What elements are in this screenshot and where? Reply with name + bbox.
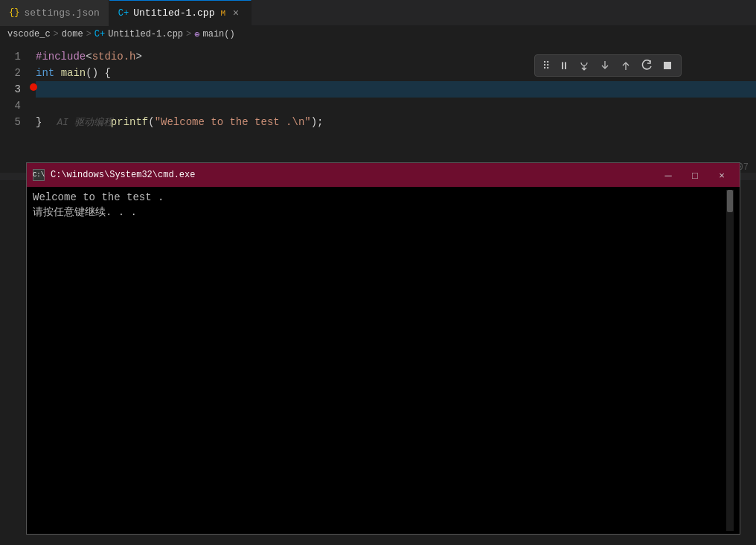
- pause-button[interactable]: ⏸: [556, 58, 572, 73]
- cmd-close-button[interactable]: ×: [710, 166, 734, 184]
- breakpoint-indicator: [30, 83, 37, 91]
- int-keyword: int: [36, 67, 54, 79]
- breadcrumb-dome[interactable]: dome: [62, 29, 83, 39]
- modified-indicator: M: [220, 9, 225, 18]
- cmd-titlebar: C:\ C:\windows\System32\cmd.exe ─ □ ×: [27, 163, 740, 187]
- cmd-scrollbar[interactable]: [726, 190, 734, 531]
- restart-button[interactable]: [638, 58, 656, 73]
- step-into-button[interactable]: [596, 58, 614, 73]
- tab-settings-label: settings.json: [24, 7, 99, 19]
- tab-bar: {} settings.json C+ Untitled-1.cpp M ×: [0, 0, 756, 26]
- line-numbers: 1 2 3 4 5: [0, 42, 30, 173]
- breadcrumb-vscode-c[interactable]: vscode_c: [7, 29, 51, 39]
- printf-function: printf: [111, 116, 148, 128]
- stdio-h: stdio.h: [92, 51, 136, 63]
- function-icon: ⊕: [194, 29, 199, 40]
- tab-cpp-label: Untitled-1.cpp: [133, 7, 214, 19]
- cmd-output-line-2: 请按任意键继续. . .: [33, 205, 726, 220]
- json-icon: {}: [9, 7, 19, 18]
- cmd-minimize-button[interactable]: ─: [656, 166, 680, 184]
- drag-handle[interactable]: ⠿: [539, 58, 553, 73]
- line-num-1: 1: [0, 48, 21, 65]
- line-num-4: 4: [0, 98, 21, 114]
- sep3: >: [186, 29, 191, 39]
- code-line-3: printf("Welcome to the test .\n");: [36, 81, 756, 98]
- cmd-scrollbar-thumb[interactable]: [727, 190, 733, 212]
- line-num-5: 5: [0, 114, 21, 130]
- breadcrumb-function[interactable]: main(): [203, 29, 235, 39]
- include-keyword: #include: [36, 51, 86, 63]
- cmd-controls: ─ □ ×: [656, 166, 734, 184]
- line-num-2: 2: [0, 65, 21, 81]
- stop-button[interactable]: [659, 58, 676, 73]
- cmd-body: Welcome to the test . 请按任意键继续. . .: [27, 187, 740, 534]
- cmd-output: Welcome to the test . 请按任意键继续. . .: [33, 190, 726, 531]
- sep2: >: [86, 29, 92, 39]
- string-literal: "Welcome to the test .\n": [155, 116, 311, 128]
- debug-toolbar: ⠿ ⏸: [534, 54, 682, 77]
- cmd-window: C:\ C:\windows\System32\cmd.exe ─ □ × We…: [26, 162, 740, 535]
- cpp-icon: C+: [118, 8, 129, 19]
- sep1: >: [54, 29, 59, 39]
- cmd-maximize-button[interactable]: □: [683, 166, 707, 184]
- cmd-icon: C:\: [33, 169, 45, 181]
- step-over-button[interactable]: [575, 58, 593, 73]
- tab-cpp[interactable]: C+ Untitled-1.cpp M ×: [109, 0, 252, 26]
- cpp-breadcrumb-icon: C+: [94, 29, 105, 39]
- line-num-3: 3: [0, 81, 21, 98]
- breadcrumb-filename[interactable]: Untitled-1.cpp: [108, 29, 183, 39]
- tab-settings[interactable]: {} settings.json: [0, 0, 109, 26]
- breadcrumb: vscode_c > dome > C+ Untitled-1.cpp > ⊕ …: [0, 26, 756, 42]
- code-line-4: [36, 98, 756, 114]
- cmd-title-text: C:\windows\System32\cmd.exe: [51, 170, 195, 180]
- step-out-button[interactable]: [617, 58, 635, 73]
- cmd-title-left: C:\ C:\windows\System32\cmd.exe: [33, 169, 195, 181]
- cmd-output-line-1: Welcome to the test .: [33, 190, 726, 205]
- tab-close-button[interactable]: ×: [230, 7, 242, 19]
- main-function: main: [61, 67, 86, 79]
- svg-rect-2: [664, 62, 671, 69]
